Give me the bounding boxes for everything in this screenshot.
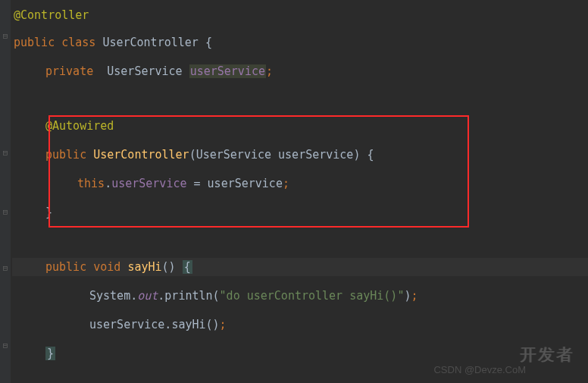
fold-icon[interactable]: ⊟ bbox=[1, 149, 10, 158]
blank-line bbox=[12, 99, 588, 117]
blank-line bbox=[12, 221, 588, 240]
blank-line bbox=[12, 334, 588, 344]
code-area[interactable]: @Controller public class UserController … bbox=[11, 0, 588, 383]
code-line: } bbox=[12, 344, 588, 363]
code-editor: ⊟ ⊟ ⊟ ⊟ ⊟ @Controller public class UserC… bbox=[0, 0, 588, 383]
code-line: } bbox=[12, 203, 588, 221]
fold-icon[interactable]: ⊟ bbox=[1, 264, 10, 273]
blank-line bbox=[12, 305, 588, 316]
code-line: public void sayHi() { bbox=[12, 258, 588, 276]
brace-highlight: } bbox=[45, 347, 55, 360]
blank-line bbox=[12, 52, 588, 62]
blank-line bbox=[12, 135, 588, 146]
blank-line bbox=[12, 240, 588, 258]
annotation: @Autowired bbox=[45, 119, 114, 133]
editor-gutter: ⊟ ⊟ ⊟ ⊟ ⊟ bbox=[0, 0, 11, 383]
brace-highlight: { bbox=[183, 260, 192, 274]
code-line: @Autowired bbox=[12, 117, 588, 135]
code-line: userService.sayHi(); bbox=[12, 316, 588, 334]
blank-line bbox=[12, 80, 588, 99]
blank-line bbox=[12, 276, 588, 287]
code-line: this.userService = userService; bbox=[12, 174, 588, 193]
blank-line bbox=[12, 193, 588, 203]
fold-icon[interactable]: ⊟ bbox=[1, 208, 10, 217]
code-line: private UserService userService; bbox=[12, 62, 588, 80]
highlighted-field: userService bbox=[189, 64, 266, 78]
code-line: @Controller bbox=[12, 6, 588, 24]
fold-icon[interactable]: ⊟ bbox=[1, 341, 10, 350]
code-line: public UserController(UserService userSe… bbox=[12, 146, 588, 164]
blank-line bbox=[12, 24, 588, 33]
fold-icon[interactable]: ⊟ bbox=[1, 32, 10, 41]
blank-line bbox=[12, 164, 588, 174]
code-line: System.out.println("do userController sa… bbox=[12, 287, 588, 305]
code-line: public class UserController { bbox=[12, 33, 588, 52]
annotation: @Controller bbox=[14, 8, 89, 22]
